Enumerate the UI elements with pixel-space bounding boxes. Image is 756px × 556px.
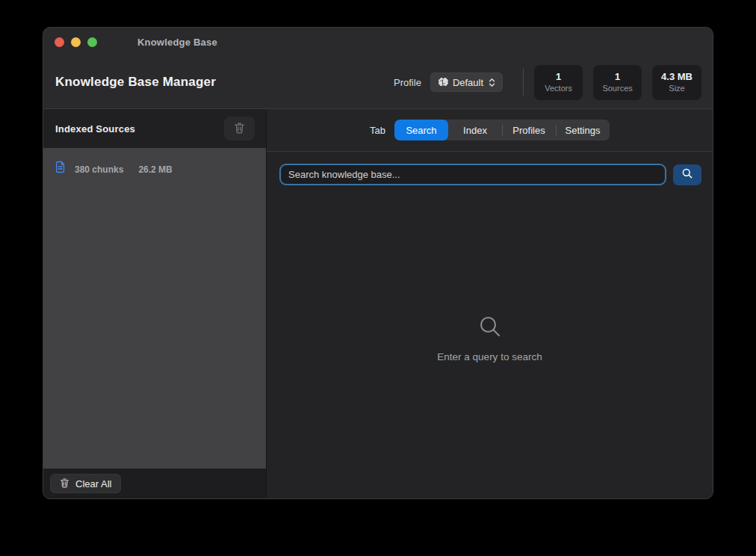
minimize-window-button[interactable] <box>71 37 81 47</box>
main-panel: Tab Search Index Profiles Settings <box>267 109 713 498</box>
stat-vectors: 1 Vectors <box>534 65 583 100</box>
stat-sources-label: Sources <box>602 83 633 93</box>
trash-icon <box>234 122 245 136</box>
stat-sources-value: 1 <box>602 70 633 83</box>
profile-label: Profile <box>394 77 421 88</box>
header-divider <box>523 69 524 96</box>
tab-index[interactable]: Index <box>448 120 502 140</box>
empty-state-text: Enter a query to search <box>437 351 542 362</box>
stat-size-label: Size <box>661 83 693 93</box>
document-icon <box>55 163 66 176</box>
stat-size-value: 4.3 MB <box>661 70 693 83</box>
stat-vectors-value: 1 <box>543 70 574 83</box>
search-row <box>267 152 713 185</box>
sidebar-title: Indexed Sources <box>55 123 135 135</box>
tab-profiles[interactable]: Profiles <box>502 120 556 140</box>
tab-bar: Tab Search Index Profiles Settings <box>267 109 713 152</box>
indexed-sources-list: 380 chunks 26.2 MB <box>43 148 266 469</box>
list-item[interactable]: 380 chunks 26.2 MB <box>43 158 266 181</box>
stat-size: 4.3 MB Size <box>652 65 701 100</box>
close-window-button[interactable] <box>55 37 64 47</box>
window-title: Knowledge Base <box>137 37 217 48</box>
stat-vectors-label: Vectors <box>543 83 574 93</box>
tab-search[interactable]: Search <box>394 120 448 140</box>
profile-selected-value: Default <box>453 77 483 88</box>
delete-source-button[interactable] <box>224 117 255 140</box>
tab-segmented-control: Search Index Profiles Settings <box>394 120 610 140</box>
search-empty-state: Enter a query to search <box>267 185 713 498</box>
sidebar-header: Indexed Sources <box>43 109 266 148</box>
trash-icon <box>60 478 69 490</box>
search-icon <box>681 167 693 182</box>
header: Knowledge Base Manager Profile Default <box>43 56 713 109</box>
stats-cards: 1 Vectors 1 Sources 4.3 MB Size <box>534 65 701 100</box>
clear-all-button[interactable]: Clear All <box>50 474 121 493</box>
sidebar: Indexed Sources <box>43 109 267 498</box>
search-icon <box>477 314 503 351</box>
search-input[interactable] <box>279 164 666 185</box>
brain-icon <box>437 77 448 87</box>
source-chunks: 380 chunks <box>75 164 123 175</box>
page-title: Knowledge Base Manager <box>55 75 216 90</box>
tab-bar-label: Tab <box>370 125 385 136</box>
traffic-lights <box>55 37 97 47</box>
source-size: 26.2 MB <box>138 164 172 175</box>
titlebar: Knowledge Base <box>43 28 713 56</box>
zoom-window-button[interactable] <box>87 37 97 47</box>
stat-sources: 1 Sources <box>593 65 642 100</box>
tab-settings[interactable]: Settings <box>556 120 610 140</box>
search-button[interactable] <box>673 164 701 185</box>
sidebar-footer: Clear All <box>43 469 266 498</box>
app-window: Knowledge Base Knowledge Base Manager Pr… <box>43 27 713 499</box>
clear-all-label: Clear All <box>75 478 111 489</box>
chevron-up-down-icon <box>488 78 496 87</box>
profile-dropdown[interactable]: Default <box>430 72 503 92</box>
